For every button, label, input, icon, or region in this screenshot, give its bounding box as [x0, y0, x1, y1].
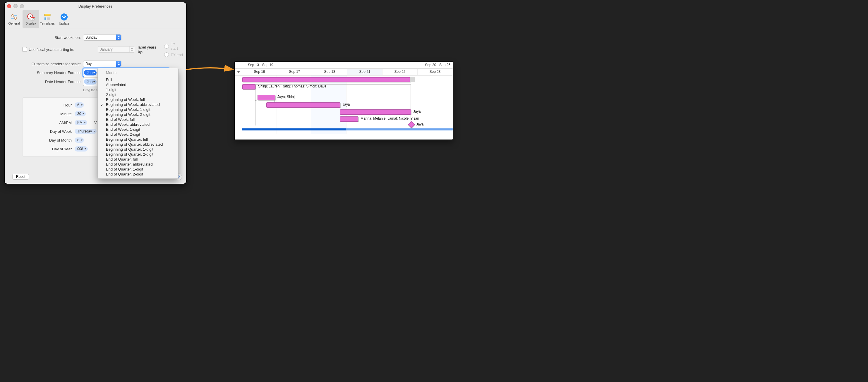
toolbar-label: Templates [40, 22, 55, 25]
toolbar-update[interactable]: Update [56, 10, 72, 28]
menu-item[interactable]: End of Week, 2-digit [98, 132, 178, 137]
summary-header-label: Summary Header Format: [8, 70, 83, 75]
toolbar-label: General [8, 22, 20, 25]
hour-token[interactable]: 6 [74, 102, 84, 108]
start-weeks-label: Start weeks on: [8, 35, 83, 40]
toolbar-label: Display [26, 22, 36, 25]
date-header-row: Sep 16 Sep 17 Sep 18 Sep 21 Sep 22 Sep 2… [235, 69, 453, 75]
gantt-bar[interactable] [242, 77, 410, 82]
svg-rect-15 [47, 18, 50, 19]
menu-item[interactable]: Beginning of Week, full [98, 97, 178, 102]
window-title: Display Preferences [5, 4, 186, 8]
progress-fill [242, 128, 346, 130]
fiscal-label: Use fiscal years starting in: [29, 47, 74, 52]
fiscal-month-select[interactable]: January [98, 46, 135, 53]
toolbar-label: Update [59, 22, 69, 25]
gantt-bar[interactable] [340, 109, 411, 115]
menu-item[interactable]: End of Quarter, abbreviated [98, 162, 178, 167]
menu-item[interactable]: Abbreviated [98, 82, 178, 87]
reset-button[interactable]: Reset [12, 174, 29, 180]
minute-token[interactable]: 30 [74, 111, 86, 117]
svg-rect-12 [44, 18, 46, 19]
svg-rect-11 [44, 17, 46, 18]
menu-item[interactable]: End of Quarter, 1-digit [98, 167, 178, 172]
month-format-menu: Month FullAbbreviated1-digit2-digitBegin… [97, 68, 179, 179]
side-letter: V [94, 121, 97, 125]
gantt-bar[interactable] [266, 102, 340, 108]
svg-point-2 [11, 14, 14, 17]
clock-calendar-icon: 17 [26, 13, 35, 21]
menu-item[interactable]: Beginning of Week, 1-digit [98, 107, 178, 112]
day-of-year-token[interactable]: 008 [74, 146, 88, 152]
menu-item[interactable]: 1-digit [98, 87, 178, 92]
svg-rect-16 [47, 19, 50, 20]
menu-item[interactable]: End of Quarter, 2-digit [98, 172, 178, 177]
svg-rect-10 [44, 14, 50, 16]
toolbar-display[interactable]: 17 Display [23, 10, 39, 28]
templates-icon [43, 13, 52, 21]
toolbar-templates[interactable]: Templates [39, 10, 56, 28]
menu-heading: Month [98, 69, 178, 76]
toolbar-general[interactable]: General [6, 10, 22, 28]
menu-item[interactable]: Beginning of Quarter, full [98, 137, 178, 142]
fiscal-checkbox[interactable] [22, 47, 27, 52]
gantt-bar[interactable] [242, 84, 256, 90]
disclosure-triangle[interactable] [235, 69, 242, 75]
menu-item[interactable]: Beginning of Week, 2-digit [98, 112, 178, 117]
scale-label: Customize headers for scale: [8, 62, 83, 66]
menu-item[interactable]: End of Week, abbreviated [98, 122, 178, 127]
titlebar: Display Preferences [5, 2, 186, 10]
menu-item[interactable]: Beginning of Quarter, 1-digit [98, 147, 178, 152]
menu-item[interactable]: Beginning of Quarter, abbreviated [98, 142, 178, 147]
menu-item[interactable]: End of Quarter, full [98, 157, 178, 162]
start-weeks-select[interactable]: Sunday [83, 34, 121, 41]
download-icon [60, 13, 68, 21]
svg-rect-14 [47, 17, 50, 18]
sliders-icon [10, 13, 19, 21]
month-token[interactable]: Jan [84, 79, 97, 85]
label-years-label: label years by: [138, 45, 161, 54]
svg-rect-13 [44, 19, 46, 20]
fy-end-radio[interactable] [164, 52, 169, 57]
menu-item[interactable]: End of Week, full [98, 117, 178, 122]
menu-item[interactable]: Beginning of Quarter, 2-digit [98, 152, 178, 157]
gantt-bar[interactable] [340, 117, 358, 122]
summary-header-right: Sep 20 - Sep 26 [381, 62, 453, 68]
day-of-month-token[interactable]: 8 [74, 137, 84, 143]
menu-item[interactable]: ✓Beginning of Week, abbreviated [98, 102, 178, 107]
ampm-token[interactable]: PM [74, 120, 87, 125]
preferences-toolbar: General 17 Display Templates Update [5, 10, 186, 28]
gantt-bar[interactable] [257, 95, 275, 100]
svg-text:17: 17 [32, 18, 34, 20]
summary-header-row: Sep 13 - Sep 19 Sep 20 - Sep 26 [235, 62, 453, 69]
month-token[interactable]: Jan [84, 70, 97, 75]
fy-start-radio[interactable] [164, 44, 168, 49]
menu-item[interactable]: 2-digit [98, 92, 178, 97]
scale-select[interactable]: Day [83, 61, 121, 67]
menu-item[interactable]: End of Week, 1-digit [98, 127, 178, 132]
summary-header-left: Sep 13 - Sep 19 [245, 62, 381, 68]
day-of-week-token[interactable]: Thursday [74, 129, 97, 134]
menu-item[interactable]: Full [98, 77, 178, 82]
arrow-icon [184, 64, 237, 75]
date-header-label: Date Header Format: [8, 79, 83, 84]
gantt-preview: Sep 13 - Sep 19 Sep 20 - Sep 26 Sep 16 S… [234, 61, 453, 140]
svg-point-3 [14, 17, 17, 20]
